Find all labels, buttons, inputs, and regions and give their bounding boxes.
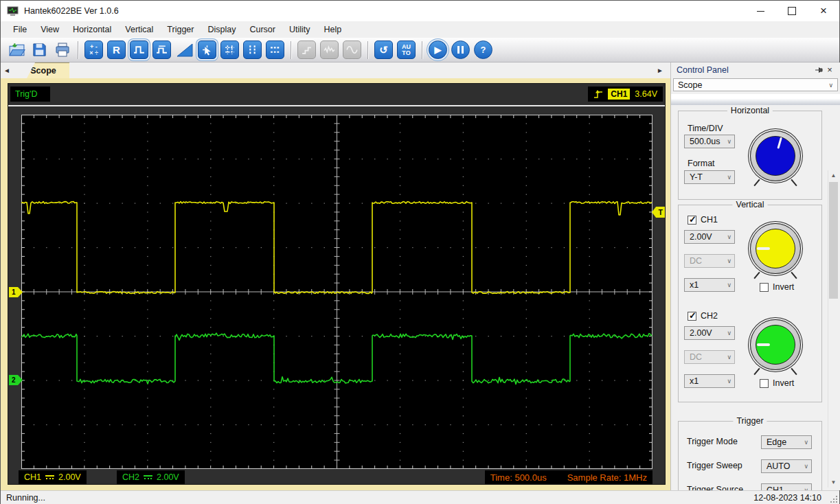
trigger-source-combo[interactable]: CH1∨ (761, 483, 812, 490)
datetime-text: 12-08-2023 14:10 (753, 493, 821, 503)
ch1-position-marker[interactable]: 1 (9, 287, 23, 297)
trigger-source-label: Trigger Source (687, 485, 743, 490)
toolbar-separator (78, 41, 78, 59)
resize-grip[interactable] (830, 495, 838, 503)
scroll-up-icon[interactable]: ▲ (828, 170, 839, 181)
control-panel-title: Control Panel (677, 65, 813, 75)
ramp-icon[interactable] (175, 41, 194, 59)
pause-glyph (457, 46, 464, 54)
horizontal-knob[interactable] (750, 130, 801, 181)
ch2-probe-combo[interactable]: x1∨ (684, 374, 735, 388)
menu-item-horizontal[interactable]: Horizontal (66, 22, 118, 37)
tab-scroll-right-icon[interactable]: ► (655, 65, 665, 76)
scope-plot-area (21, 115, 652, 469)
menu-item-view[interactable]: View (34, 22, 66, 37)
ch1-invert-checkbox[interactable]: Invert (760, 282, 794, 292)
ch1-coupling-value: DC (690, 256, 702, 266)
close-icon: × (820, 4, 827, 18)
trigger-level-marker[interactable]: T (652, 207, 665, 218)
step-wave-icon (297, 41, 316, 59)
menu-item-vertical[interactable]: Vertical (118, 22, 160, 37)
trigger-mode-combo[interactable]: Edge∨ (761, 435, 812, 449)
app-icon (7, 6, 19, 16)
tab-scroll-left-icon[interactable]: ◄ (2, 65, 12, 76)
pulse-mode-icon[interactable] (130, 41, 148, 59)
ch2-volts-div: 2.00V (157, 472, 179, 482)
menu-item-utility[interactable]: Utility (282, 22, 317, 37)
ch2-volts-combo[interactable]: 2.00V∨ (684, 326, 735, 340)
chevron-down-icon: ∨ (727, 282, 731, 288)
help-icon[interactable]: ? (474, 41, 492, 59)
math-icon[interactable]: + - × ÷ (84, 41, 103, 59)
pulse-alt-mode-icon[interactable] (152, 41, 171, 59)
menu-item-file[interactable]: File (6, 22, 34, 37)
ch1-volts-value: 2.00V (690, 232, 712, 242)
ch2-invert-checkbox[interactable]: Invert (760, 378, 794, 388)
control-panel-header: Control Panel × (671, 62, 840, 77)
scope-header: Trig'D CH1 3.64V (8, 84, 665, 105)
grid-cursors-icon[interactable] (220, 41, 239, 59)
pause-icon[interactable] (451, 41, 470, 59)
time-div-combo[interactable]: 500.0us ∨ (684, 135, 735, 148)
horizontal-cursors-icon[interactable] (266, 41, 284, 59)
scrollbar-thumb[interactable] (829, 182, 838, 299)
reference-icon[interactable]: R (107, 41, 126, 59)
menu-item-display[interactable]: Display (201, 22, 242, 37)
save-icon[interactable] (30, 41, 49, 59)
ch1-volts-div: 2.00V (58, 472, 81, 482)
ch2-position-marker[interactable]: 2 (9, 375, 23, 385)
trigger-sweep-combo[interactable]: AUTO∨ (761, 459, 812, 473)
horizontal-group: Horizontal Time/DIV 500.0us ∨ Format Y-T… (678, 111, 822, 200)
trigger-sweep-label: Trigger Sweep (687, 461, 742, 470)
close-button[interactable]: × (808, 1, 839, 21)
cursor-select-icon[interactable] (198, 41, 216, 59)
window-title: Hantek6022BE Ver 1.0.6 (24, 6, 119, 16)
ch1-position-knob[interactable] (750, 223, 801, 274)
autoset-icon[interactable]: AU TO (397, 41, 416, 59)
chevron-down-icon: ∨ (727, 257, 731, 264)
panel-scrollbar[interactable]: ▲ ▼ (828, 170, 839, 488)
toolbar-separator (367, 41, 368, 59)
ch2-enable-checkbox[interactable]: CH2 (688, 311, 718, 321)
ch1-checkbox-label: CH1 (701, 215, 718, 225)
menu-item-cursor[interactable]: Cursor (242, 22, 282, 37)
trigger-group: Trigger Trigger ModeEdge∨Trigger SweepAU… (678, 421, 822, 490)
refresh-glyph: ↺ (379, 45, 388, 55)
format-value: Y-T (690, 172, 703, 182)
vertical-group: Vertical CH12.00V∨DC∨x1∨InvertCH22.00V∨D… (678, 205, 822, 402)
menu-item-trigger[interactable]: Trigger (160, 22, 201, 37)
chevron-down-icon: ∨ (727, 174, 731, 181)
start-icon[interactable]: ▶ (429, 41, 447, 59)
maximize-button[interactable] (776, 1, 808, 21)
checkbox-icon (760, 379, 769, 388)
pin-icon[interactable] (813, 65, 824, 76)
scope-display: Trig'D CH1 3.64V 1 2 T CH1 (8, 83, 666, 485)
horizontal-group-title: Horizontal (727, 106, 773, 115)
ch1-scale-readout: CH1 2.00V (19, 470, 87, 484)
chevron-down-icon: ∨ (727, 330, 731, 336)
ch1-probe-combo[interactable]: x1∨ (684, 278, 735, 292)
open-icon[interactable] (8, 41, 26, 59)
ch1-volts-combo[interactable]: 2.00V∨ (684, 230, 735, 244)
print-icon[interactable] (53, 41, 71, 59)
menu-item-help[interactable]: Help (317, 22, 349, 37)
close-panel-icon[interactable]: × (824, 65, 835, 76)
trigger-level-value: 3.64V (635, 89, 657, 99)
scroll-down-icon[interactable]: ▼ (828, 477, 839, 488)
dc-coupling-icon (144, 475, 152, 482)
chevron-down-icon: ∨ (727, 354, 731, 360)
ch2-position-knob[interactable] (750, 319, 801, 370)
vertical-cursors-icon[interactable] (243, 41, 262, 59)
timebase-readout: Time: 500.0us Sample Rate: 1MHz (485, 470, 652, 484)
ch1-enable-checkbox[interactable]: CH1 (688, 215, 718, 225)
title-bar: Hantek6022BE Ver 1.0.6 × (1, 1, 839, 21)
minimize-button[interactable] (745, 1, 776, 21)
tab-scope[interactable]: Scope (17, 62, 69, 78)
noise-wave-icon (320, 41, 339, 59)
toolbar-separator (422, 41, 422, 59)
refresh-icon[interactable]: ↺ (374, 41, 393, 59)
panel-divider (671, 94, 840, 105)
math-glyph: + - × ÷ (89, 44, 98, 56)
format-combo[interactable]: Y-T ∨ (684, 170, 735, 184)
panel-mode-select[interactable]: Scope ∨ (673, 78, 838, 91)
